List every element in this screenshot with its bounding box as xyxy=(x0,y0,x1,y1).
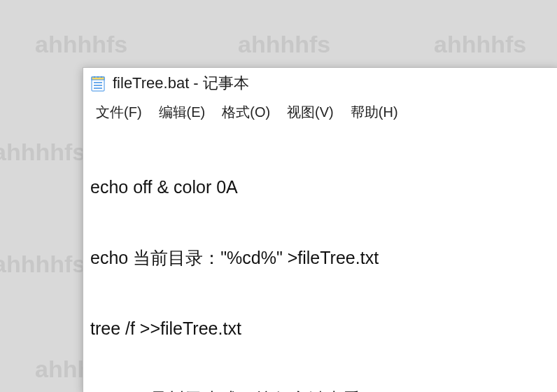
menu-view[interactable]: 视图(V) xyxy=(280,102,341,123)
svg-point-6 xyxy=(97,76,99,78)
notepad-icon xyxy=(90,74,106,92)
menu-file[interactable]: 文件(F) xyxy=(89,102,149,123)
watermark-text: ahhhhfs xyxy=(0,252,85,277)
watermark-text: ahhhhfs xyxy=(35,32,127,57)
watermark-text: ahhhhfs xyxy=(434,32,526,57)
editor-line: echo 当前目录："%cd%" >fileTree.txt xyxy=(90,246,551,270)
svg-point-5 xyxy=(94,76,95,78)
menu-format[interactable]: 格式(O) xyxy=(215,102,277,123)
watermark-text: ahhhhfs xyxy=(238,32,330,57)
text-editor-area[interactable]: echo off & color 0A echo 当前目录："%cd%" >fi… xyxy=(83,125,557,392)
editor-line: echo 目录树已生成，按任意键查看。 xyxy=(90,388,551,392)
notepad-window: fileTree.bat - 记事本 文件(F) 编辑(E) 格式(O) 视图(… xyxy=(83,67,557,392)
titlebar[interactable]: fileTree.bat - 记事本 xyxy=(83,68,557,99)
menu-help[interactable]: 帮助(H) xyxy=(344,102,405,123)
editor-line: echo off & color 0A xyxy=(90,176,551,200)
watermark-text: ahhhhfs xyxy=(0,140,85,165)
window-title: fileTree.bat - 记事本 xyxy=(113,73,249,94)
editor-line: tree /f >>fileTree.txt xyxy=(90,317,551,341)
menu-edit[interactable]: 编辑(E) xyxy=(152,102,213,123)
menubar: 文件(F) 编辑(E) 格式(O) 视图(V) 帮助(H) xyxy=(83,99,557,125)
svg-point-7 xyxy=(101,76,102,78)
